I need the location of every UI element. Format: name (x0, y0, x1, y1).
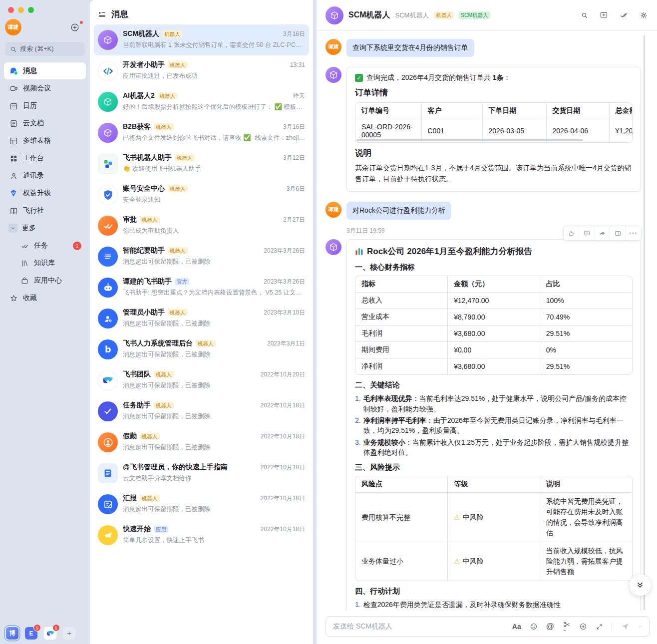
message-composer[interactable]: 发送给 SCM机器人 Aa@ (326, 616, 650, 637)
sidebar-item-more[interactable]: 更多 (4, 220, 86, 237)
conversation-item[interactable]: doc-icon@飞书管理员，你的快速上手指南2022年10月18日云文档助手分… (94, 458, 309, 489)
conversation-item[interactable]: code-icon开发者小助手机器人13:31应用审批通过，已发布成功 (94, 55, 309, 86)
emoji-button[interactable] (530, 623, 538, 631)
conversation-item[interactable]: bletter-b-icon飞书人力系统管理后台机器人2023年3月1日消息超出… (94, 334, 309, 365)
conversation-badge: 机器人 (168, 309, 188, 317)
conversation-title: 飞书人力系统管理后台 (123, 339, 193, 348)
table-horizontal-scrollbar[interactable] (356, 139, 583, 141)
conversation-item[interactable]: report-icon汇报机器人2022年10月18日消息超出可保留期限，已被删… (94, 489, 309, 520)
conversation-item[interactable]: cube-iconAI机器人2机器人昨天好的！后续股票分析就按照这个优化后的模板… (94, 86, 309, 117)
conversation-preview: 简单几步设置，快速上手飞书 (123, 536, 305, 545)
chat-bot-avatar[interactable] (326, 6, 343, 24)
sidebar-item-contacts[interactable]: 通讯录 (4, 167, 86, 184)
user-avatar[interactable]: 谭建 (326, 202, 341, 218)
screenshot-button[interactable] (563, 621, 571, 633)
sidebar-item-messages[interactable]: 消息 (4, 62, 86, 79)
conversation-time: 昨天 (290, 92, 305, 100)
risk-desc-cell: 当前收入规模较低，抗风险能力弱，需拓展客户提升销售额 (540, 542, 632, 581)
conversation-title: AI机器人2 (123, 91, 155, 100)
bot-avatar[interactable] (326, 67, 341, 83)
warning-icon: ⚠ (454, 557, 460, 565)
bot-message-orders: ✓ 查询完成，2026年4月交货的销售订单共 1条： 订单详情 订单编号客户下单… (326, 67, 657, 192)
conversation-item[interactable]: shield-icon账号安全中心机器人3月6日安全登录通知 (94, 179, 309, 210)
sidebar-item-cloud-docs[interactable]: 云文档 (4, 115, 86, 132)
sidebar-item-upgrade[interactable]: 权益升级 (4, 185, 86, 202)
sidebar-item-app-center[interactable]: 应用中心 (15, 272, 86, 289)
financial-table-row: 净利润¥3,680.0029.51% (355, 358, 632, 375)
search-input[interactable]: 搜索 (⌘+K) (5, 42, 85, 56)
conversation-item[interactable]: feishu-icon飞书团队机器人2022年10月20日消息超出可保留期限，已… (94, 365, 309, 396)
order-table-header-cell: 订单编号 (355, 103, 421, 119)
bag-icon (19, 277, 29, 285)
conversation-item[interactable]: admin-icon管理员小助手机器人2023年3月10日消息超出可保留期限，已… (94, 303, 309, 334)
scroll-to-bottom-button[interactable] (629, 574, 651, 596)
sidebar-item-tasks[interactable]: 任务1 (15, 237, 86, 254)
zoom-window-button[interactable] (28, 7, 34, 13)
conversation-item[interactable]: double-check-icon审批机器人2月27日你已成为审批负责人 (94, 210, 309, 241)
conversation-avatar (98, 30, 118, 50)
thumbs-up-button[interactable] (564, 226, 579, 240)
user-message-bubble[interactable]: 查询下系统里交货在4月份的销售订单 (346, 39, 474, 57)
risk-table-header-cell: 等级 (448, 476, 540, 493)
conversation-title: 谭建的飞书助手 (123, 277, 172, 286)
settings-icon[interactable] (640, 11, 648, 19)
conversation-title: 审批 (123, 215, 137, 224)
minimize-window-button[interactable] (18, 7, 24, 13)
conversation-title: B2B获客 (123, 122, 151, 131)
user-avatar[interactable]: 谭建 (5, 19, 21, 35)
conversation-badge: 机器人 (162, 30, 182, 38)
user-message-bubble[interactable]: 对Rock公司进行盈利能力分析 (346, 202, 451, 220)
window-controls (0, 0, 90, 13)
conclusion-item: 3.业务规模较小：当前累计收入仅1.25万元，处于业务起步阶段，需扩大销售规模提… (355, 437, 633, 458)
conversation-item[interactable]: squares-icon飞书机器人助手机器人3月12日👏 欢迎使用飞书机器人助手 (94, 148, 309, 179)
conversation-item[interactable]: plane-icon快速开始应用2022年10月18日简单几步设置，快速上手飞书 (94, 520, 309, 551)
format-button[interactable]: Aa (512, 623, 521, 631)
chat-filter-icon[interactable] (98, 10, 106, 18)
order-table-container[interactable]: 订单编号客户下单日期交货日期总金额 SAL-ORD-2026-00005C001… (355, 102, 633, 143)
attach-button[interactable] (579, 623, 587, 631)
conversation-item[interactable]: robot-icon谭建的飞书助手官方2023年3月26日飞书助手: 想突出重点… (94, 272, 309, 303)
conversation-title: 飞书机器人助手 (123, 153, 172, 162)
report-title: Rock公司 2026年1月至今盈利能力分析报告 (355, 246, 633, 257)
conversation-time: 2023年3月10日 (261, 309, 305, 317)
financial-table-cell: 营业成本 (355, 309, 448, 325)
sidebar-item-favorites[interactable]: 收藏 (4, 290, 86, 307)
conversation-item[interactable]: cube-iconB2B获客机器人3月16日已将两个文件发送到你的飞书对话，请查… (94, 117, 309, 148)
comment-button[interactable] (579, 226, 595, 240)
financial-table-cell: ¥8,790.00 (448, 309, 540, 325)
add-chat-icon[interactable] (600, 11, 608, 19)
dock-item-tenant-e[interactable]: E5 (25, 627, 37, 640)
dock-item-add-tenant[interactable] (63, 627, 75, 640)
chat-scrollbar[interactable] (644, 35, 645, 610)
conversation-item[interactable]: minutes-icon智能纪要助手机器人2023年3月26日消息超出可保留期限… (94, 241, 309, 272)
user-avatar[interactable]: 谭建 (326, 39, 341, 55)
composer-placeholder: 发送给 SCM机器人 (333, 622, 392, 631)
expand-button[interactable] (596, 623, 603, 631)
sidebar-item-workplace[interactable]: 工作台 (4, 150, 86, 167)
create-button[interactable] (70, 21, 82, 33)
dock-item-tenant-bo[interactable]: 博 (6, 627, 18, 640)
sidebar-item-wiki[interactable]: 知识库 (15, 255, 86, 272)
conversation-item[interactable]: cube-iconSCM机器人机器人3月16日当前智联电脑有 1 张未交付销售订… (94, 24, 309, 55)
composer-zone: 发送给 SCM机器人 Aa@ (317, 611, 657, 644)
conversation-preview: 消息超出可保留期限，已被删除 (123, 505, 305, 514)
read-all-icon[interactable] (620, 11, 628, 19)
mention-button[interactable]: @ (546, 622, 554, 631)
dock-item-tenant-feishu[interactable]: 5 (44, 627, 56, 640)
sidebar-item-video-meeting[interactable]: 视频会议 (4, 80, 86, 97)
forward-button[interactable] (595, 226, 610, 240)
conversation-avatar (98, 401, 118, 421)
sidebar-item-base[interactable]: 多维表格 (4, 132, 86, 149)
sidebar-item-community[interactable]: 飞行社 (4, 202, 86, 219)
close-window-button[interactable] (8, 7, 14, 13)
send-options-button[interactable] (638, 625, 643, 629)
send-button[interactable] (621, 622, 630, 631)
more-button[interactable]: ··· (626, 226, 641, 240)
conversation-item[interactable]: person-icon假勤机器人2022年10月18日消息超出可保留期限，已被删… (94, 427, 309, 458)
sidebar-item-calendar[interactable]: 日历 (4, 97, 86, 114)
translate-button[interactable] (610, 226, 626, 240)
search-icon[interactable] (581, 11, 588, 19)
conversation-item[interactable]: check-icon任务助手机器人2022年10月18日消息超出可保留期限，已被… (94, 396, 309, 427)
bot-avatar[interactable] (326, 239, 341, 255)
order-table-cell: ¥1,200,000.00 (609, 119, 633, 143)
